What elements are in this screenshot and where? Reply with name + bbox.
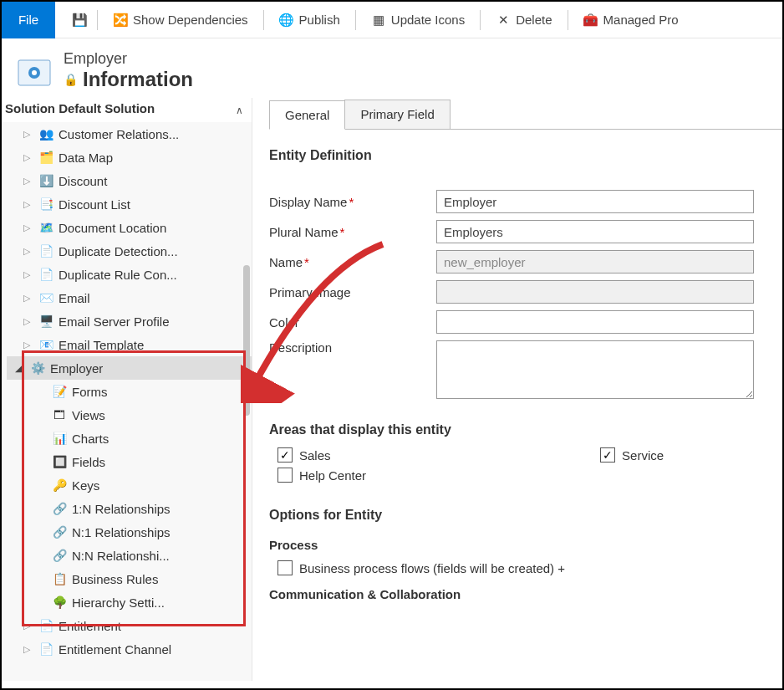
tree-subitem-forms[interactable]: 📝Forms xyxy=(7,380,252,403)
checkbox-label: Business process flows (fields will be c… xyxy=(299,561,565,575)
update-icons-button[interactable]: ▦ Update Icons xyxy=(366,9,470,31)
color-label: Color xyxy=(269,315,436,330)
checkbox-icon xyxy=(277,560,293,575)
header-text: Employer 🔒 Information xyxy=(64,50,193,91)
entity-icon: 🗂️ xyxy=(38,150,53,165)
grid-icon: ▦ xyxy=(371,13,386,28)
show-dependencies-button[interactable]: 🔀 Show Dependencies xyxy=(108,9,253,31)
tree-item-label: Email Template xyxy=(59,338,144,352)
tree-subitem-nn[interactable]: 🔗N:N Relationshi... xyxy=(7,544,252,567)
header-icon xyxy=(17,55,52,90)
tree-item[interactable]: ▷📄Entitlement Channel xyxy=(7,637,252,661)
entity-icon: ⬇️ xyxy=(38,173,53,188)
areas-checkboxes: ✓Sales Help Center ✓Service xyxy=(277,447,782,488)
checkbox-help-center[interactable]: Help Center xyxy=(277,468,366,483)
name-input xyxy=(436,250,754,273)
expand-icon[interactable]: ▷ xyxy=(23,176,33,187)
checkbox-service[interactable]: ✓Service xyxy=(600,447,664,463)
tree-item-label: Charts xyxy=(72,432,109,446)
expand-icon[interactable]: ▷ xyxy=(23,340,33,350)
plural-name-label: Plural Name* xyxy=(269,225,436,239)
tree-item[interactable]: ▷📑Discount List xyxy=(7,192,252,216)
tree-item-label: Entitlement xyxy=(59,619,121,633)
relation-icon: 🔗 xyxy=(52,524,67,539)
rules-icon: 📋 xyxy=(52,571,67,586)
checkbox-icon: ✓ xyxy=(600,447,615,463)
tree-item-label: Discount xyxy=(59,174,107,188)
tree-item[interactable]: ▷🖥️Email Server Profile xyxy=(7,309,252,333)
info-lock-icon: 🔒 xyxy=(64,73,78,86)
update-icons-label: Update Icons xyxy=(391,13,465,27)
display-name-input[interactable] xyxy=(436,190,754,213)
primary-image-input[interactable] xyxy=(436,280,754,304)
publish-button[interactable]: 🌐 Publish xyxy=(274,9,345,31)
expand-icon[interactable]: ▷ xyxy=(23,621,33,631)
expand-icon[interactable]: ▷ xyxy=(23,222,33,233)
content-pane: General Primary Field Entity Definition … xyxy=(252,98,782,681)
tree-item[interactable]: ▷📄Duplicate Rule Con... xyxy=(7,263,252,286)
delete-icon: ✕ xyxy=(496,13,511,28)
toolbar: File 💾 🔀 Show Dependencies 🌐 Publish ▦ U… xyxy=(2,2,782,38)
file-button[interactable]: File xyxy=(2,2,55,38)
page-header: Employer 🔒 Information xyxy=(2,38,782,98)
checkbox-label: Help Center xyxy=(299,468,366,483)
save-icon[interactable]: 💾 xyxy=(72,13,87,28)
tree-item[interactable]: ▷📧Email Template xyxy=(7,333,252,356)
tab-general[interactable]: General xyxy=(269,100,345,130)
color-input[interactable] xyxy=(436,310,754,334)
tree-item-employer[interactable]: ◢ ⚙️ Employer xyxy=(7,356,252,380)
delete-button[interactable]: ✕ Delete xyxy=(491,9,557,31)
tree[interactable]: ∧ ▷👥Customer Relations... ▷🗂️Data Map ▷⬇… xyxy=(2,122,252,681)
description-input[interactable] xyxy=(436,340,754,399)
tree-item-label: Email Server Profile xyxy=(59,314,170,329)
expand-icon[interactable]: ▷ xyxy=(23,269,33,280)
tree-item-label: Document Location xyxy=(59,221,166,235)
tree-item-label: Discount List xyxy=(59,197,130,212)
tree-subitem-n1[interactable]: 🔗N:1 Relationships xyxy=(7,520,252,544)
tree-item-label: N:1 Relationships xyxy=(72,525,171,539)
tree-item[interactable]: ▷✉️Email xyxy=(7,286,252,309)
tree-item[interactable]: ▷📄Duplicate Detection... xyxy=(7,239,252,263)
gear-box-icon: 🧰 xyxy=(583,13,598,28)
section-entity-definition: Entity Definition xyxy=(269,148,782,163)
expand-icon[interactable]: ▷ xyxy=(23,293,33,304)
tree-subitem-charts[interactable]: 📊Charts xyxy=(7,427,252,450)
tree-subitem-hierarchy[interactable]: 🌳Hierarchy Setti... xyxy=(7,590,252,614)
expand-icon[interactable]: ▷ xyxy=(23,316,33,327)
checkbox-sales[interactable]: ✓Sales xyxy=(277,447,366,463)
keys-icon: 🔑 xyxy=(52,478,67,493)
field-color: Color xyxy=(269,307,782,337)
tree-subitem-keys[interactable]: 🔑Keys xyxy=(7,473,252,497)
tree-subitem-1n[interactable]: 🔗1:N Relationships xyxy=(7,497,252,520)
publish-icon: 🌐 xyxy=(279,13,294,28)
splitter-handle[interactable]: ⋮ xyxy=(242,390,252,393)
tree-item[interactable]: ▷🗺️Document Location xyxy=(7,216,252,239)
managed-properties-button[interactable]: 🧰 Managed Pro xyxy=(578,9,684,31)
entity-icon: 📄 xyxy=(38,618,53,633)
expand-icon[interactable]: ▷ xyxy=(23,152,33,163)
tree-item[interactable]: ▷📄Entitlement xyxy=(7,614,252,637)
fields-icon: 🔲 xyxy=(52,454,67,469)
tree-item-label: Keys xyxy=(72,478,99,493)
collapse-icon[interactable]: ◢ xyxy=(15,363,25,374)
entity-icon: 🖥️ xyxy=(38,314,53,329)
expand-icon[interactable]: ▷ xyxy=(23,129,33,140)
tree-item[interactable]: ▷🗂️Data Map xyxy=(7,146,252,169)
relation-icon: 🔗 xyxy=(52,548,67,563)
expand-icon[interactable]: ▷ xyxy=(23,199,33,210)
checkbox-icon xyxy=(277,468,293,483)
tree-item[interactable]: ▷👥Customer Relations... xyxy=(7,122,252,146)
tree-item[interactable]: ▷⬇️Discount xyxy=(7,169,252,192)
display-name-label: Display Name* xyxy=(269,195,436,209)
checkbox-bpf[interactable]: Business process flows (fields will be c… xyxy=(277,560,782,575)
tree-subitem-views[interactable]: 🗔Views xyxy=(7,403,252,427)
separator xyxy=(263,10,264,30)
tree-subitem-fields[interactable]: 🔲Fields xyxy=(7,450,252,473)
expand-icon[interactable]: ▷ xyxy=(23,644,33,655)
charts-icon: 📊 xyxy=(52,431,67,446)
plural-name-input[interactable] xyxy=(436,220,754,243)
tree-subitem-bizrules[interactable]: 📋Business Rules xyxy=(7,567,252,590)
tab-primary-field[interactable]: Primary Field xyxy=(344,100,450,129)
tree-item-label: Data Map xyxy=(59,151,113,165)
expand-icon[interactable]: ▷ xyxy=(23,246,33,257)
